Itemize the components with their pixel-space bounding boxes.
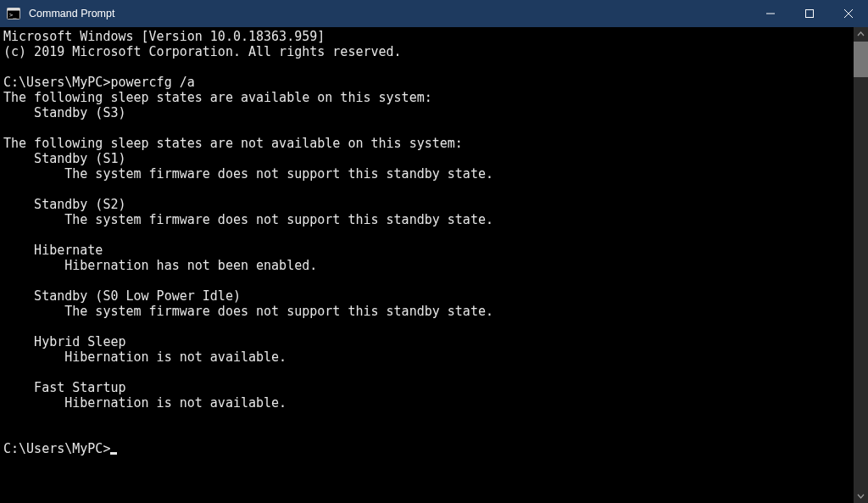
terminal-line: Hibernation has not been enabled. [3, 258, 850, 273]
chevron-down-icon [857, 492, 865, 500]
terminal-line: Hibernation is not available. [3, 395, 850, 411]
terminal-line [3, 227, 850, 243]
titlebar[interactable]: >_ Command Prompt [0, 0, 868, 27]
content-area: Microsoft Windows [Version 10.0.18363.95… [0, 27, 868, 503]
terminal-line: The following sleep states are not avail… [3, 136, 850, 151]
scroll-thumb[interactable] [854, 42, 868, 77]
close-button[interactable] [829, 0, 868, 27]
svg-rect-1 [8, 8, 20, 11]
prompt-text: C:\Users\MyPC> [3, 441, 110, 456]
svg-rect-3 [806, 10, 814, 18]
chevron-up-icon [857, 31, 865, 38]
svg-text:>_: >_ [9, 12, 17, 19]
terminal-line: Hybrid Sleep [3, 334, 850, 349]
scroll-down-button[interactable] [854, 489, 868, 503]
terminal-line [3, 365, 850, 380]
terminal-line [3, 426, 850, 441]
terminal-line [3, 273, 850, 288]
terminal-line: Standby (S1) [3, 151, 850, 166]
scrollbar[interactable] [854, 27, 868, 503]
terminal-line: Hibernation is not available. [3, 349, 850, 365]
terminal-line [3, 120, 850, 136]
terminal-line: The system firmware does not support thi… [3, 304, 850, 319]
maximize-button[interactable] [790, 0, 829, 27]
terminal-line: Standby (S3) [3, 105, 850, 120]
window: >_ Command Prompt Microsoft Windows [Ver… [0, 0, 868, 503]
terminal-line: Hibernate [3, 243, 850, 258]
terminal-prompt[interactable]: C:\Users\MyPC> [3, 441, 850, 456]
scroll-up-button[interactable] [854, 27, 868, 42]
terminal-line [3, 59, 850, 75]
terminal-line: The system firmware does not support thi… [3, 212, 850, 227]
terminal-line [3, 182, 850, 197]
terminal[interactable]: Microsoft Windows [Version 10.0.18363.95… [0, 27, 854, 503]
terminal-line: The following sleep states are available… [3, 90, 850, 105]
terminal-line [3, 411, 850, 426]
terminal-line: The system firmware does not support thi… [3, 166, 850, 182]
terminal-line: Microsoft Windows [Version 10.0.18363.95… [3, 29, 850, 44]
cursor [110, 452, 117, 455]
cmd-icon: >_ [0, 0, 27, 27]
minimize-button[interactable] [751, 0, 790, 27]
terminal-line: (c) 2019 Microsoft Corporation. All righ… [3, 44, 850, 59]
close-icon [844, 9, 853, 18]
terminal-line: C:\Users\MyPC>powercfg /a [3, 75, 850, 90]
window-title: Command Prompt [27, 8, 114, 20]
scroll-track[interactable] [854, 42, 868, 489]
terminal-line: Fast Startup [3, 380, 850, 395]
maximize-icon [805, 9, 814, 18]
minimize-icon [766, 9, 775, 18]
terminal-line: Standby (S0 Low Power Idle) [3, 288, 850, 304]
terminal-line: Standby (S2) [3, 197, 850, 212]
terminal-line [3, 319, 850, 334]
